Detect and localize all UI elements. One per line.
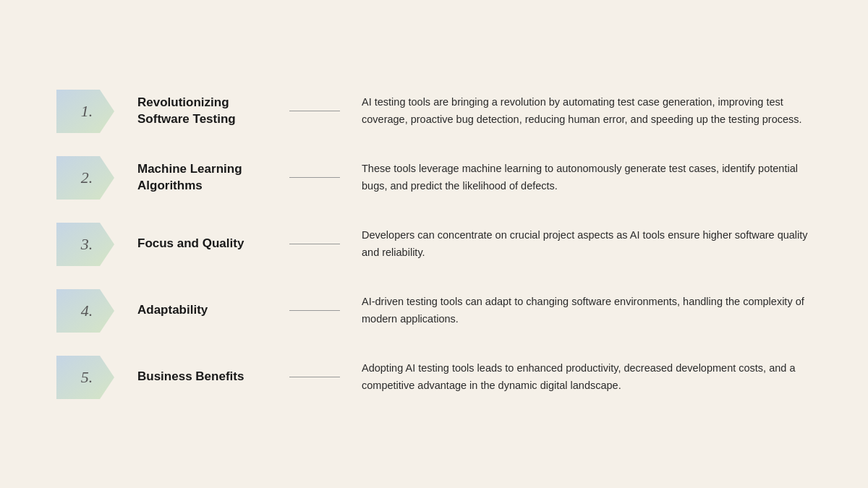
- item-number-5: 5.: [81, 368, 93, 387]
- chevron-shape-3: 3.: [56, 220, 117, 269]
- desc-col-1: AI testing tools are bringing a revoluti…: [347, 94, 817, 127]
- list-item-4: 4. Adaptability AI-driven testing tools …: [51, 278, 817, 344]
- item-title-4: Adaptability: [137, 303, 208, 317]
- list-item-1: 1. Revolutionizing Software Testing AI t…: [51, 78, 817, 145]
- divider-line-3: [289, 244, 340, 245]
- list-item-5: 5. Business Benefits Adopting AI testing…: [51, 344, 817, 411]
- item-title-1: Revolutionizing Software Testing: [137, 95, 236, 126]
- divider-5: [282, 377, 347, 378]
- title-col-2: Machine Learning Algorithms: [123, 161, 282, 194]
- item-number-3: 3.: [81, 235, 93, 254]
- chevron-shape-2: 2.: [56, 153, 117, 202]
- item-title-3: Focus and Quality: [137, 236, 244, 250]
- divider-4: [282, 310, 347, 312]
- main-container: 1. Revolutionizing Software Testing AI t…: [51, 78, 817, 411]
- desc-col-4: AI-driven testing tools can adapt to cha…: [347, 294, 817, 327]
- item-description-3: Developers can concentrate on crucial pr…: [362, 229, 808, 257]
- divider-3: [282, 244, 347, 245]
- divider-2: [282, 177, 347, 179]
- chevron-wrapper-5: 5.: [51, 353, 123, 402]
- chevron-shape-1: 1.: [56, 87, 117, 136]
- desc-col-3: Developers can concentrate on crucial pr…: [347, 227, 817, 260]
- title-col-1: Revolutionizing Software Testing: [123, 95, 282, 128]
- divider-line-4: [289, 310, 340, 312]
- item-number-1: 1.: [81, 102, 93, 121]
- title-col-3: Focus and Quality: [123, 236, 282, 252]
- chevron-shape-5: 5.: [56, 353, 117, 402]
- item-description-4: AI-driven testing tools can adapt to cha…: [362, 296, 804, 324]
- desc-col-2: These tools leverage machine learning to…: [347, 160, 817, 194]
- divider-1: [282, 111, 347, 112]
- divider-line-1: [289, 111, 340, 112]
- item-description-1: AI testing tools are bringing a revoluti…: [362, 96, 802, 124]
- chevron-wrapper-4: 4.: [51, 286, 123, 335]
- item-description-5: Adopting AI testing tools leads to enhan…: [362, 362, 795, 390]
- chevron-wrapper-3: 3.: [51, 220, 123, 269]
- desc-col-5: Adopting AI testing tools leads to enhan…: [347, 360, 817, 393]
- divider-line-5: [289, 377, 340, 378]
- chevron-shape-4: 4.: [56, 286, 117, 335]
- item-title-5: Business Benefits: [137, 369, 244, 383]
- divider-line-2: [289, 177, 340, 179]
- chevron-wrapper-2: 2.: [51, 153, 123, 202]
- item-number-2: 2.: [81, 168, 93, 187]
- chevron-wrapper-1: 1.: [51, 87, 123, 136]
- item-title-2: Machine Learning Algorithms: [137, 162, 242, 192]
- list-item-3: 3. Focus and Quality Developers can conc…: [51, 211, 817, 278]
- list-item-2: 2. Machine Learning Algorithms These too…: [51, 145, 817, 211]
- title-col-4: Adaptability: [123, 302, 282, 319]
- title-col-5: Business Benefits: [123, 369, 282, 385]
- item-number-4: 4.: [81, 301, 93, 320]
- item-description-2: These tools leverage machine learning to…: [362, 163, 798, 191]
